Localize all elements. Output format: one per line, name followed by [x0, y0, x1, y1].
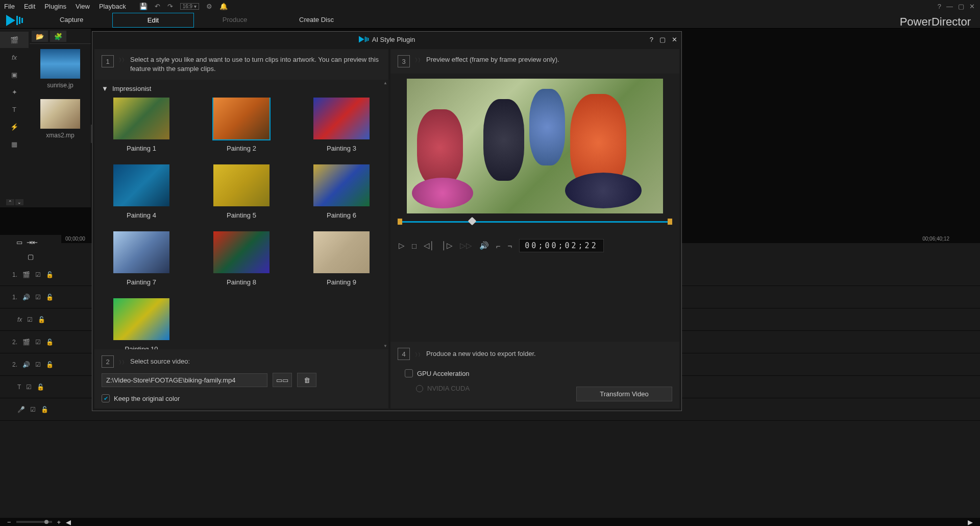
- menu-file[interactable]: File: [4, 3, 15, 10]
- snap-icon[interactable]: ⇥⇤: [27, 238, 38, 246]
- media-room-button[interactable]: 🎬: [0, 32, 29, 48]
- track-visible-checkbox[interactable]: ☑: [27, 316, 33, 323]
- track-visible-checkbox[interactable]: ☑: [30, 406, 36, 413]
- plugin-button[interactable]: 🧩: [50, 31, 66, 42]
- styles-panel: ▼ Impressionist Painting 1 Painting 2 Pa…: [94, 80, 388, 349]
- video-track-icon: 🎬: [22, 339, 30, 346]
- preview-slider[interactable]: [398, 219, 672, 225]
- nvidia-cuda-label: NVIDIA CUDA: [427, 385, 470, 392]
- timecode-display[interactable]: 00;00;02;22: [519, 239, 603, 252]
- keep-color-checkbox[interactable]: ✔: [102, 394, 110, 402]
- dialog-titlebar[interactable]: AI Style Plugin ? ▢ ✕: [92, 32, 681, 47]
- style-painting-2[interactable]: Painting 2: [202, 98, 281, 152]
- zoom-in-button[interactable]: +: [57, 518, 61, 526]
- track-visible-checkbox[interactable]: ☑: [35, 294, 41, 301]
- help-icon[interactable]: ?: [938, 3, 941, 10]
- style-painting-9[interactable]: Painting 9: [302, 231, 381, 286]
- playhead-thumb[interactable]: [468, 217, 476, 226]
- gpu-accel-checkbox[interactable]: [405, 369, 413, 377]
- browse-button[interactable]: ▭▭: [273, 373, 292, 387]
- maximize-icon[interactable]: ▢: [958, 3, 964, 10]
- track-visible-checkbox[interactable]: ☑: [35, 271, 41, 278]
- dialog-title-text: AI Style Plugin: [372, 36, 415, 43]
- menu-plugins[interactable]: Plugins: [44, 3, 66, 10]
- dialog-close-icon[interactable]: ✕: [672, 36, 677, 43]
- track-visible-checkbox[interactable]: ☑: [35, 361, 41, 368]
- minimize-icon[interactable]: —: [946, 3, 953, 10]
- fx-room-button[interactable]: fx: [0, 49, 29, 65]
- tab-edit[interactable]: Edit: [112, 13, 194, 28]
- scroll-left-icon[interactable]: ◀: [66, 518, 71, 526]
- next-frame-button[interactable]: │▷: [442, 241, 452, 250]
- track-lock-icon[interactable]: 🔓: [37, 384, 44, 391]
- undo-icon[interactable]: ↶: [155, 3, 160, 10]
- selection-icon[interactable]: ▢: [28, 253, 34, 260]
- media-item-xmas[interactable]: xmas2.mp: [30, 94, 91, 144]
- style-painting-1[interactable]: Painting 1: [102, 98, 181, 152]
- zoom-slider[interactable]: [16, 521, 52, 523]
- tab-create-disc[interactable]: Create Disc: [276, 13, 357, 28]
- redo-icon[interactable]: ↷: [167, 3, 173, 10]
- mark-out-button[interactable]: ¬: [508, 242, 512, 250]
- track-lock-icon[interactable]: 🔓: [46, 271, 54, 278]
- track-num: 1.: [12, 271, 17, 278]
- particle-room-button[interactable]: ✦: [0, 84, 29, 100]
- track-visible-checkbox[interactable]: ☑: [26, 384, 32, 391]
- stop-button[interactable]: □: [412, 242, 416, 250]
- prev-frame-button[interactable]: ◁│: [424, 241, 434, 250]
- category-impressionist[interactable]: ▼ Impressionist: [94, 80, 388, 98]
- track-lock-icon[interactable]: 🔓: [41, 406, 48, 413]
- dialog-help-icon[interactable]: ?: [650, 36, 653, 43]
- source-path-input[interactable]: [102, 373, 267, 387]
- audio-room-button[interactable]: ▦: [0, 136, 29, 152]
- play-button[interactable]: ▷: [399, 241, 405, 250]
- styles-scrollbar[interactable]: ▲▼: [383, 80, 387, 349]
- svg-rect-7: [368, 38, 369, 41]
- dialog-maximize-icon[interactable]: ▢: [659, 36, 666, 43]
- track-lock-icon[interactable]: 🔓: [46, 339, 54, 346]
- zoom-out-button[interactable]: −: [7, 518, 11, 526]
- style-painting-10[interactable]: Painting 10: [102, 298, 181, 349]
- mark-in-handle[interactable]: [398, 219, 402, 225]
- tab-capture[interactable]: Capture: [31, 13, 112, 28]
- style-painting-8[interactable]: Painting 8: [202, 231, 281, 286]
- transform-video-button[interactable]: Transform Video: [576, 387, 672, 401]
- track-lock-icon[interactable]: 🔓: [38, 316, 45, 323]
- track-visible-checkbox[interactable]: ☑: [35, 339, 41, 346]
- ai-style-plugin-dialog: AI Style Plugin ? ▢ ✕ 1 〉〉 Select a styl…: [92, 31, 682, 411]
- notification-icon[interactable]: 🔔: [219, 3, 228, 10]
- track-num: 2.: [12, 339, 17, 346]
- transition-room-button[interactable]: ⚡: [0, 118, 29, 135]
- style-painting-3[interactable]: Painting 3: [302, 98, 381, 152]
- media-item-sunrise[interactable]: sunrise.jp: [30, 44, 91, 94]
- import-button[interactable]: 📂: [32, 31, 48, 42]
- mark-in-button[interactable]: ⌐: [496, 242, 501, 250]
- sidebar-up-icon[interactable]: ⌃: [6, 199, 14, 205]
- style-painting-6[interactable]: Painting 6: [302, 164, 381, 219]
- step-number: 4: [398, 348, 410, 360]
- save-icon[interactable]: 💾: [139, 3, 148, 10]
- chevron-right-icon: 〉〉: [415, 350, 421, 358]
- pip-room-button[interactable]: ▣: [0, 66, 29, 83]
- style-painting-4[interactable]: Painting 4: [102, 164, 181, 219]
- mark-out-handle[interactable]: [668, 219, 672, 225]
- menu-playback[interactable]: Playback: [99, 3, 126, 10]
- svg-rect-5: [364, 37, 365, 42]
- style-painting-7[interactable]: Painting 7: [102, 231, 181, 286]
- close-app-icon[interactable]: ✕: [969, 3, 975, 10]
- sidebar-down-icon[interactable]: ⌄: [15, 199, 23, 205]
- step-2-text: Select source video:: [130, 357, 190, 366]
- settings-icon[interactable]: ⚙: [206, 3, 212, 10]
- menu-edit[interactable]: Edit: [24, 3, 35, 10]
- title-room-button[interactable]: T: [0, 101, 29, 117]
- delete-button[interactable]: 🗑: [297, 373, 316, 387]
- scroll-right-icon[interactable]: ▶: [968, 518, 973, 526]
- tab-produce[interactable]: Produce: [194, 13, 276, 28]
- track-lock-icon[interactable]: 🔓: [46, 361, 54, 368]
- style-painting-5[interactable]: Painting 5: [202, 164, 281, 219]
- track-lock-icon[interactable]: 🔓: [46, 294, 54, 301]
- volume-button[interactable]: 🔊: [479, 241, 489, 250]
- aspect-ratio-button[interactable]: 16:9 ▾: [180, 3, 199, 10]
- menu-view[interactable]: View: [76, 3, 90, 10]
- track-view-icon[interactable]: ▭: [16, 238, 22, 246]
